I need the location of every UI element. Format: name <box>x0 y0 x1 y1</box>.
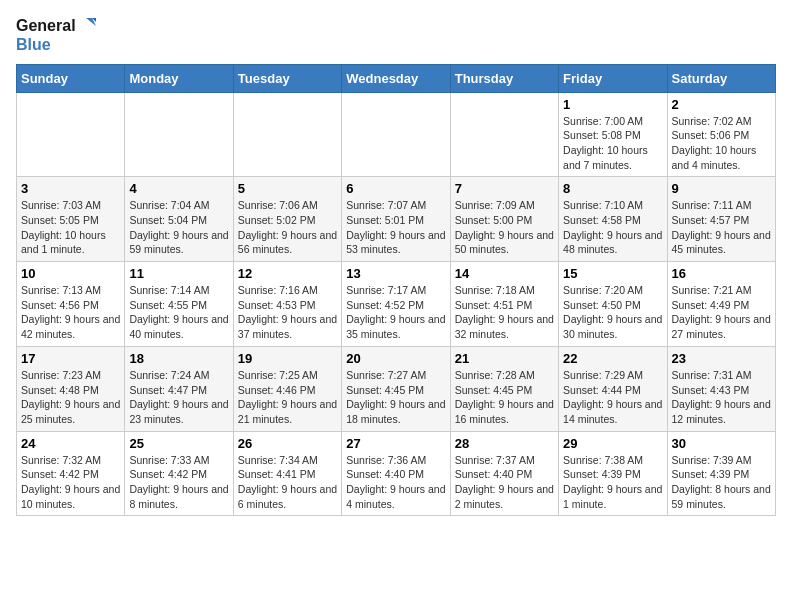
day-info: Sunrise: 7:37 AM Sunset: 4:40 PM Dayligh… <box>455 453 554 512</box>
day-number: 25 <box>129 436 228 451</box>
day-info: Sunrise: 7:10 AM Sunset: 4:58 PM Dayligh… <box>563 198 662 257</box>
weekday-header: Thursday <box>450 64 558 92</box>
day-number: 24 <box>21 436 120 451</box>
calendar-cell: 10Sunrise: 7:13 AM Sunset: 4:56 PM Dayli… <box>17 262 125 347</box>
day-number: 22 <box>563 351 662 366</box>
calendar-cell: 7Sunrise: 7:09 AM Sunset: 5:00 PM Daylig… <box>450 177 558 262</box>
weekday-header: Tuesday <box>233 64 341 92</box>
calendar-cell: 3Sunrise: 7:03 AM Sunset: 5:05 PM Daylig… <box>17 177 125 262</box>
day-info: Sunrise: 7:39 AM Sunset: 4:39 PM Dayligh… <box>672 453 771 512</box>
calendar-cell: 20Sunrise: 7:27 AM Sunset: 4:45 PM Dayli… <box>342 346 450 431</box>
calendar-cell <box>17 92 125 177</box>
day-number: 2 <box>672 97 771 112</box>
weekday-header: Sunday <box>17 64 125 92</box>
day-info: Sunrise: 7:04 AM Sunset: 5:04 PM Dayligh… <box>129 198 228 257</box>
calendar-cell <box>450 92 558 177</box>
day-number: 6 <box>346 181 445 196</box>
weekday-header: Wednesday <box>342 64 450 92</box>
calendar-table: SundayMondayTuesdayWednesdayThursdayFrid… <box>16 64 776 517</box>
logo-arrow-icon <box>78 16 98 36</box>
day-number: 14 <box>455 266 554 281</box>
day-info: Sunrise: 7:33 AM Sunset: 4:42 PM Dayligh… <box>129 453 228 512</box>
day-number: 13 <box>346 266 445 281</box>
day-info: Sunrise: 7:18 AM Sunset: 4:51 PM Dayligh… <box>455 283 554 342</box>
weekday-header: Saturday <box>667 64 775 92</box>
day-number: 20 <box>346 351 445 366</box>
day-number: 7 <box>455 181 554 196</box>
day-info: Sunrise: 7:29 AM Sunset: 4:44 PM Dayligh… <box>563 368 662 427</box>
day-number: 5 <box>238 181 337 196</box>
day-number: 28 <box>455 436 554 451</box>
day-info: Sunrise: 7:16 AM Sunset: 4:53 PM Dayligh… <box>238 283 337 342</box>
day-number: 9 <box>672 181 771 196</box>
calendar-cell: 25Sunrise: 7:33 AM Sunset: 4:42 PM Dayli… <box>125 431 233 516</box>
calendar-cell: 4Sunrise: 7:04 AM Sunset: 5:04 PM Daylig… <box>125 177 233 262</box>
day-info: Sunrise: 7:25 AM Sunset: 4:46 PM Dayligh… <box>238 368 337 427</box>
calendar-cell: 24Sunrise: 7:32 AM Sunset: 4:42 PM Dayli… <box>17 431 125 516</box>
day-number: 19 <box>238 351 337 366</box>
day-info: Sunrise: 7:03 AM Sunset: 5:05 PM Dayligh… <box>21 198 120 257</box>
calendar-cell: 17Sunrise: 7:23 AM Sunset: 4:48 PM Dayli… <box>17 346 125 431</box>
calendar-cell <box>342 92 450 177</box>
day-number: 30 <box>672 436 771 451</box>
day-info: Sunrise: 7:14 AM Sunset: 4:55 PM Dayligh… <box>129 283 228 342</box>
calendar-cell <box>233 92 341 177</box>
calendar-cell: 12Sunrise: 7:16 AM Sunset: 4:53 PM Dayli… <box>233 262 341 347</box>
day-info: Sunrise: 7:27 AM Sunset: 4:45 PM Dayligh… <box>346 368 445 427</box>
calendar-cell: 23Sunrise: 7:31 AM Sunset: 4:43 PM Dayli… <box>667 346 775 431</box>
day-number: 17 <box>21 351 120 366</box>
day-number: 23 <box>672 351 771 366</box>
day-info: Sunrise: 7:31 AM Sunset: 4:43 PM Dayligh… <box>672 368 771 427</box>
day-info: Sunrise: 7:36 AM Sunset: 4:40 PM Dayligh… <box>346 453 445 512</box>
day-number: 8 <box>563 181 662 196</box>
day-number: 4 <box>129 181 228 196</box>
calendar-cell: 26Sunrise: 7:34 AM Sunset: 4:41 PM Dayli… <box>233 431 341 516</box>
day-number: 16 <box>672 266 771 281</box>
calendar-cell: 30Sunrise: 7:39 AM Sunset: 4:39 PM Dayli… <box>667 431 775 516</box>
day-number: 1 <box>563 97 662 112</box>
day-number: 11 <box>129 266 228 281</box>
day-number: 3 <box>21 181 120 196</box>
weekday-header: Friday <box>559 64 667 92</box>
calendar-cell <box>125 92 233 177</box>
day-info: Sunrise: 7:34 AM Sunset: 4:41 PM Dayligh… <box>238 453 337 512</box>
calendar-cell: 11Sunrise: 7:14 AM Sunset: 4:55 PM Dayli… <box>125 262 233 347</box>
calendar-cell: 15Sunrise: 7:20 AM Sunset: 4:50 PM Dayli… <box>559 262 667 347</box>
calendar-cell: 13Sunrise: 7:17 AM Sunset: 4:52 PM Dayli… <box>342 262 450 347</box>
day-number: 29 <box>563 436 662 451</box>
day-info: Sunrise: 7:21 AM Sunset: 4:49 PM Dayligh… <box>672 283 771 342</box>
calendar-cell: 29Sunrise: 7:38 AM Sunset: 4:39 PM Dayli… <box>559 431 667 516</box>
day-info: Sunrise: 7:02 AM Sunset: 5:06 PM Dayligh… <box>672 114 771 173</box>
calendar-cell: 16Sunrise: 7:21 AM Sunset: 4:49 PM Dayli… <box>667 262 775 347</box>
calendar-cell: 18Sunrise: 7:24 AM Sunset: 4:47 PM Dayli… <box>125 346 233 431</box>
day-number: 27 <box>346 436 445 451</box>
calendar-cell: 14Sunrise: 7:18 AM Sunset: 4:51 PM Dayli… <box>450 262 558 347</box>
day-info: Sunrise: 7:20 AM Sunset: 4:50 PM Dayligh… <box>563 283 662 342</box>
page-header: General Blue <box>16 16 776 54</box>
day-info: Sunrise: 7:07 AM Sunset: 5:01 PM Dayligh… <box>346 198 445 257</box>
day-info: Sunrise: 7:06 AM Sunset: 5:02 PM Dayligh… <box>238 198 337 257</box>
calendar-cell: 9Sunrise: 7:11 AM Sunset: 4:57 PM Daylig… <box>667 177 775 262</box>
day-number: 21 <box>455 351 554 366</box>
day-number: 10 <box>21 266 120 281</box>
calendar-cell: 27Sunrise: 7:36 AM Sunset: 4:40 PM Dayli… <box>342 431 450 516</box>
day-number: 15 <box>563 266 662 281</box>
logo: General Blue <box>16 16 98 54</box>
calendar-cell: 8Sunrise: 7:10 AM Sunset: 4:58 PM Daylig… <box>559 177 667 262</box>
day-info: Sunrise: 7:17 AM Sunset: 4:52 PM Dayligh… <box>346 283 445 342</box>
calendar-cell: 6Sunrise: 7:07 AM Sunset: 5:01 PM Daylig… <box>342 177 450 262</box>
day-number: 26 <box>238 436 337 451</box>
calendar-cell: 5Sunrise: 7:06 AM Sunset: 5:02 PM Daylig… <box>233 177 341 262</box>
day-info: Sunrise: 7:23 AM Sunset: 4:48 PM Dayligh… <box>21 368 120 427</box>
day-info: Sunrise: 7:00 AM Sunset: 5:08 PM Dayligh… <box>563 114 662 173</box>
logo-text-general: General <box>16 17 76 35</box>
day-info: Sunrise: 7:38 AM Sunset: 4:39 PM Dayligh… <box>563 453 662 512</box>
calendar-cell: 19Sunrise: 7:25 AM Sunset: 4:46 PM Dayli… <box>233 346 341 431</box>
calendar-cell: 22Sunrise: 7:29 AM Sunset: 4:44 PM Dayli… <box>559 346 667 431</box>
weekday-header: Monday <box>125 64 233 92</box>
day-info: Sunrise: 7:11 AM Sunset: 4:57 PM Dayligh… <box>672 198 771 257</box>
calendar-cell: 1Sunrise: 7:00 AM Sunset: 5:08 PM Daylig… <box>559 92 667 177</box>
day-number: 18 <box>129 351 228 366</box>
day-info: Sunrise: 7:32 AM Sunset: 4:42 PM Dayligh… <box>21 453 120 512</box>
day-info: Sunrise: 7:28 AM Sunset: 4:45 PM Dayligh… <box>455 368 554 427</box>
